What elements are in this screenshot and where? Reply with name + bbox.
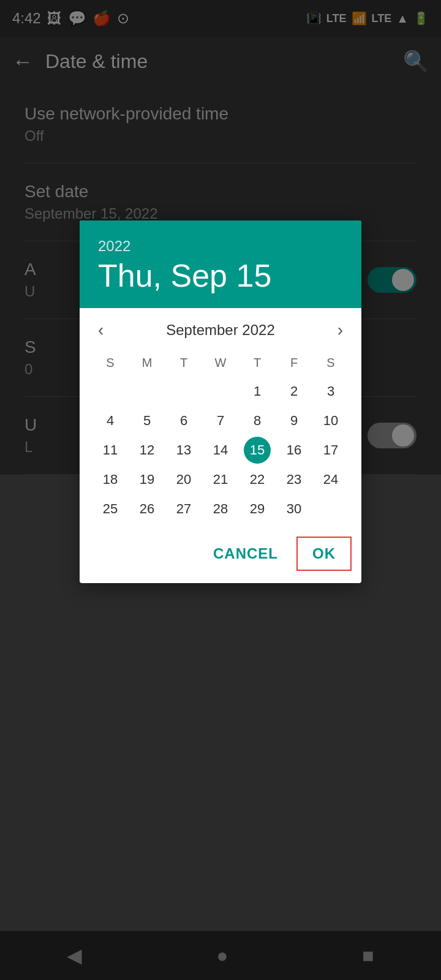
day-24[interactable]: 24 <box>312 466 349 494</box>
day-cell-empty4 <box>202 377 239 405</box>
day-12[interactable]: 12 <box>129 436 165 464</box>
next-month-button[interactable]: › <box>331 318 349 342</box>
day-30[interactable]: 30 <box>276 495 312 523</box>
day-cell-empty3 <box>165 377 202 405</box>
dialog-date-display: Thu, Sep 15 <box>98 258 343 293</box>
day-18[interactable]: 18 <box>92 466 129 494</box>
week-row-3: 11 12 13 14 15 16 17 <box>92 436 349 464</box>
day-16[interactable]: 16 <box>276 436 312 464</box>
day-21[interactable]: 21 <box>202 466 239 494</box>
day-5[interactable]: 5 <box>129 407 165 435</box>
calendar-nav: ‹ September 2022 › <box>92 318 349 342</box>
week-row-4: 18 19 20 21 22 23 24 <box>92 466 349 494</box>
day-20[interactable]: 20 <box>165 466 202 494</box>
day-25[interactable]: 25 <box>92 495 129 523</box>
week-row-2: 4 5 6 7 8 9 10 <box>92 407 349 435</box>
day-header-f: F <box>276 352 312 374</box>
day-19[interactable]: 19 <box>129 466 165 494</box>
week-row-1: 1 2 3 <box>92 377 349 405</box>
date-picker-dialog: 2022 Thu, Sep 15 ‹ September 2022 › S M … <box>80 221 361 583</box>
dialog-header: 2022 Thu, Sep 15 <box>80 221 361 308</box>
prev-month-button[interactable]: ‹ <box>92 318 110 342</box>
calendar-grid: S M T W T F S 1 2 3 4 5 6 <box>92 352 349 523</box>
day-23[interactable]: 23 <box>276 466 312 494</box>
day-14[interactable]: 14 <box>202 436 239 464</box>
day-4[interactable]: 4 <box>92 407 129 435</box>
day-11[interactable]: 11 <box>92 436 129 464</box>
day-8[interactable]: 8 <box>239 407 276 435</box>
day-header-t1: T <box>165 352 202 374</box>
day-header-t2: T <box>239 352 276 374</box>
day-15-selected[interactable]: 15 <box>239 436 276 464</box>
day-17[interactable]: 17 <box>312 436 349 464</box>
day-header-m: M <box>129 352 165 374</box>
day-cell-empty2 <box>129 377 165 405</box>
day-6[interactable]: 6 <box>165 407 202 435</box>
day-10[interactable]: 10 <box>312 407 349 435</box>
dialog-actions: CANCEL OK <box>80 530 361 583</box>
day-cell-empty <box>92 377 129 405</box>
day-28[interactable]: 28 <box>202 495 239 523</box>
day-9[interactable]: 9 <box>276 407 312 435</box>
day-header-s: S <box>92 352 129 374</box>
dialog-year: 2022 <box>98 238 343 255</box>
day-header-s2: S <box>312 352 349 374</box>
ok-button[interactable]: OK <box>296 537 352 571</box>
day-7[interactable]: 7 <box>202 407 239 435</box>
day-22[interactable]: 22 <box>239 466 276 494</box>
cancel-button[interactable]: CANCEL <box>201 537 290 571</box>
day-header-w: W <box>202 352 239 374</box>
day-13[interactable]: 13 <box>165 436 202 464</box>
calendar-month-year: September 2022 <box>166 322 274 339</box>
calendar: ‹ September 2022 › S M T W T F S 1 2 <box>80 308 361 530</box>
week-row-5: 25 26 27 28 29 30 <box>92 495 349 523</box>
day-headers: S M T W T F S <box>92 352 349 374</box>
day-empty-end <box>312 495 349 523</box>
day-1[interactable]: 1 <box>239 377 276 405</box>
day-2[interactable]: 2 <box>276 377 312 405</box>
day-29[interactable]: 29 <box>239 495 276 523</box>
day-27[interactable]: 27 <box>165 495 202 523</box>
day-3[interactable]: 3 <box>312 377 349 405</box>
day-26[interactable]: 26 <box>129 495 165 523</box>
